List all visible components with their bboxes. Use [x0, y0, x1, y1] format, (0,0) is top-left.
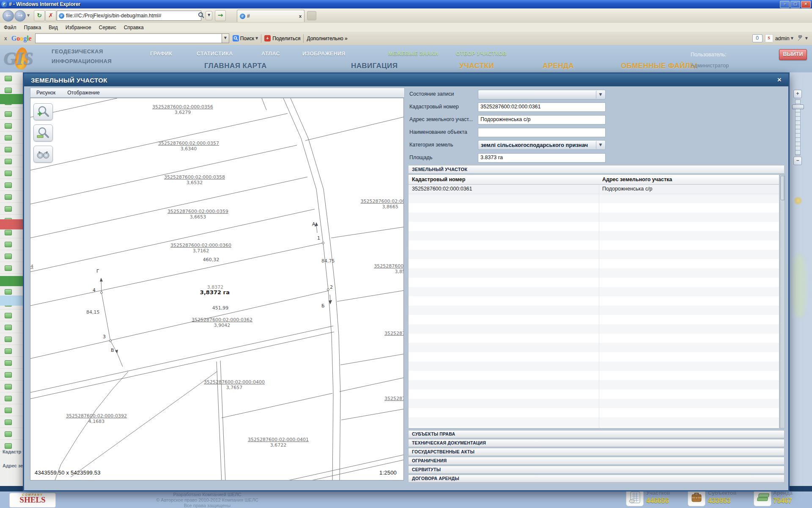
- accordion-subjects[interactable]: СУБЪЕКТЫ ПРАВА: [408, 430, 785, 438]
- settings-wrench-icon[interactable]: [797, 35, 804, 42]
- parcel-list-sidebar[interactable]: Кадастр Адрес зе: [0, 72, 24, 486]
- toolbar-user-button[interactable]: admin: [775, 36, 790, 41]
- nav-grafik[interactable]: ГРАФИК: [150, 51, 172, 57]
- nav-atlas[interactable]: АТЛАС: [261, 51, 280, 57]
- menu-file[interactable]: Файл: [0, 25, 20, 30]
- menu-risunok[interactable]: Рисунок: [30, 90, 61, 96]
- column-parcel-address[interactable]: Адрес земельного участка: [602, 177, 672, 182]
- more-button[interactable]: Дополнительно »: [307, 36, 347, 41]
- list-row-green-2[interactable]: [0, 276, 23, 286]
- minimize-button[interactable]: –: [780, 1, 790, 8]
- footer-credit-developer[interactable]: Разработано Компанией ШЕЛС: [63, 492, 351, 497]
- parcel-number[interactable]: 3525287600:02:000:0362: [192, 317, 252, 323]
- new-tab-button[interactable]: [307, 11, 316, 20]
- search-options-dropdown-icon[interactable]: ▼: [255, 36, 258, 40]
- zoom-in-tool-button[interactable]: [33, 103, 53, 120]
- nav-otbor-uchastkov[interactable]: ОТБОР УЧАСТКОВ: [456, 51, 507, 57]
- menu-help[interactable]: Справка: [120, 25, 148, 30]
- share-button[interactable]: Поделиться: [272, 36, 300, 41]
- measure-top-edge: 460,32: [203, 257, 219, 262]
- table-body[interactable]: 3525287600:02:000:0361 Подорожненська с/…: [408, 185, 779, 428]
- row-cadastral-number: 3525287600:02:000:0361: [412, 186, 472, 192]
- forward-button[interactable]: →: [14, 10, 26, 22]
- svg-text:+: +: [266, 36, 269, 41]
- address-field[interactable]: e file:///C:/ProjFlex/gis/bin-debug/main…: [57, 11, 201, 21]
- nav-obmennye-faily[interactable]: ОБМЕННЫЕ ФАЙЛЫ: [621, 62, 697, 70]
- maximize-button[interactable]: □: [790, 1, 800, 8]
- nav-glavnaya-karta[interactable]: ГЛАВНАЯ КАРТА: [204, 62, 267, 70]
- parcel-number[interactable]: 3525287600:02:000:0357: [158, 141, 219, 146]
- shels-mini-icon: S: [765, 34, 773, 42]
- parcel-address-input[interactable]: Подорожненська с/р: [478, 115, 606, 124]
- cadastral-map-canvas[interactable]: 3525287600:02:000:0356 3,6279 3525287600…: [30, 98, 404, 480]
- search-dropdown-icon[interactable]: ▼: [206, 11, 212, 20]
- accordion-servitudes[interactable]: СЕРВИТУТЫ: [408, 466, 785, 474]
- accordion-lease-contracts[interactable]: ДОГОВОРА АРЕНДЫ: [408, 475, 785, 483]
- dialog-titlebar[interactable]: ЗЕМЕЛЬНЫЙ УЧАСТОК ×: [24, 74, 788, 86]
- user-dropdown-icon[interactable]: ▼: [791, 36, 793, 40]
- parcel-number[interactable]: 3525287600:02:000:0359: [167, 209, 228, 214]
- parcel-fragment-4: 3525287: [384, 396, 404, 401]
- area-input[interactable]: 3.8373 га: [478, 153, 606, 163]
- logout-button[interactable]: ВЫЙТИ: [779, 49, 807, 60]
- history-dropdown-icon[interactable]: ▼: [27, 14, 30, 17]
- settings-dropdown-icon[interactable]: ▼: [805, 36, 808, 40]
- close-tab-icon[interactable]: x: [299, 14, 302, 19]
- nav-statistika[interactable]: СТАТИСТИКА: [197, 51, 233, 57]
- stop-button[interactable]: ✗: [45, 10, 56, 21]
- close-window-button[interactable]: ×: [801, 1, 811, 8]
- list-row-selected[interactable]: [0, 295, 23, 306]
- google-search-input[interactable]: [35, 33, 222, 43]
- table-scrollbar[interactable]: [780, 174, 785, 428]
- zoom-slider-thumb[interactable]: [792, 105, 804, 109]
- menu-edit[interactable]: Правка: [20, 25, 45, 30]
- menu-otobrazhenie[interactable]: Отображение: [61, 90, 105, 96]
- object-name-input[interactable]: [478, 128, 606, 137]
- menu-service[interactable]: Сервис: [95, 25, 120, 30]
- dialog-close-icon[interactable]: ×: [777, 76, 782, 84]
- toolbar-close-icon[interactable]: x: [0, 36, 11, 41]
- column-cadastral-number[interactable]: Кадастровый номер: [412, 177, 465, 182]
- nav-uchastki[interactable]: УЧАСТКИ: [459, 62, 494, 70]
- nav-mezhevye-znaki[interactable]: МЕЖЕВЫЕ ЗНАКИ: [388, 51, 438, 57]
- refresh-button[interactable]: ↻: [34, 10, 45, 21]
- menu-view[interactable]: Вид: [45, 25, 62, 30]
- parcel-number[interactable]: 3525287600:02:000:0358: [164, 174, 225, 180]
- parcel-number[interactable]: 3525287600:02:000:0392: [66, 413, 127, 419]
- chevron-down-icon[interactable]: ▼: [596, 91, 605, 99]
- parcel-number[interactable]: 3525287600:02:000:0356: [152, 104, 213, 110]
- parcel-number[interactable]: 3525287600:02:000:0400: [204, 379, 265, 385]
- list-row-red[interactable]: [0, 219, 23, 229]
- parcel-number[interactable]: 3525287600:02:000:0401: [248, 437, 309, 442]
- search-icon[interactable]: [198, 12, 205, 19]
- parcel-area: 3,7657: [204, 385, 265, 390]
- land-category-select[interactable]: землі сільськогосподарського признач ▼: [478, 140, 606, 150]
- zoom-out-tool-button[interactable]: [33, 124, 53, 141]
- cadastral-number-input[interactable]: 3525287600:02:000:0361: [478, 102, 606, 112]
- map-green-area: [792, 254, 807, 318]
- map-zoom-out-button[interactable]: −: [793, 157, 802, 165]
- search-binoculars-button[interactable]: [33, 146, 53, 163]
- accordion-restrictions[interactable]: ОГРАНИЧЕНИЯ: [408, 457, 785, 465]
- field-label-cadastral-number: Кадастровый номер: [409, 104, 459, 110]
- record-state-select[interactable]: ▼: [478, 90, 606, 99]
- accordion-tech-docs[interactable]: ТЕХНИЧЕСКАЯ ДОКУМЕНТАЦИЯ: [408, 439, 785, 447]
- map-zoom-in-button[interactable]: +: [793, 90, 802, 98]
- nav-navigatsiya[interactable]: НАВИГАЦИЯ: [351, 62, 398, 70]
- browser-tab[interactable]: e # x: [237, 10, 304, 22]
- go-button[interactable]: →: [215, 10, 226, 21]
- nav-arenda[interactable]: АРЕНДА: [543, 62, 574, 70]
- google-input-dropdown-icon[interactable]: ▼: [222, 33, 229, 43]
- table-row[interactable]: 3525287600:02:000:0361 Подорожненська с/…: [409, 185, 779, 194]
- nav-izobrazheniya[interactable]: ИЗОБРАЖЕНИЯ: [302, 51, 346, 57]
- section-header-land-parcel[interactable]: ЗЕМЕЛЬНЫЙ УЧАСТОК: [408, 165, 785, 174]
- list-row-green[interactable]: [0, 94, 23, 104]
- back-button[interactable]: ←: [3, 10, 14, 22]
- chevron-down-icon[interactable]: ▼: [596, 141, 605, 149]
- google-search-button[interactable]: Поиск: [240, 36, 254, 41]
- parcel-number[interactable]: 3525287600:02:000:0360: [170, 243, 231, 248]
- menu-favorites[interactable]: Избранное: [62, 25, 95, 30]
- scrollbar-thumb[interactable]: [781, 176, 785, 200]
- land-parcel-dialog: ЗЕМЕЛЬНЫЙ УЧАСТОК × Рисунок Отображение: [23, 72, 790, 491]
- accordion-state-acts[interactable]: ГОСУДАРСТВЕННЫЕ АКТЫ: [408, 448, 785, 456]
